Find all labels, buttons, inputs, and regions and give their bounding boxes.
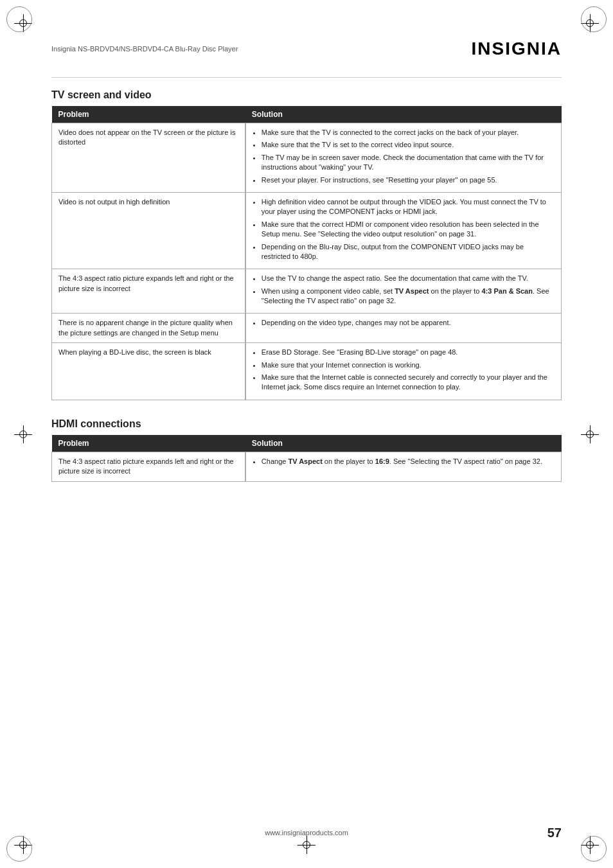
table1-col2-header: Solution <box>245 106 562 123</box>
problem-cell: The 4:3 aspect ratio picture expands lef… <box>52 269 245 314</box>
section-hdmi: HDMI connections Problem Solution The 4:… <box>51 418 562 482</box>
footer-url: www.insigniaproducts.com <box>265 829 348 837</box>
table-row: When playing a BD-Live disc, the screen … <box>52 343 562 400</box>
list-item: Depending on the video type, changes may… <box>262 318 555 328</box>
crosshair-ml <box>14 425 32 443</box>
logo: INSIGNIA <box>472 39 562 59</box>
crosshair-bm <box>298 836 315 854</box>
section1-heading: TV screen and video <box>51 89 562 101</box>
solution-cell: Change TV Aspect on the player to 16:9. … <box>245 452 562 481</box>
list-item: High definition video cannot be output t… <box>262 197 555 217</box>
list-item: Depending on the Blu-ray Disc, output fr… <box>262 242 555 262</box>
crosshair-tr <box>581 14 599 32</box>
table-row: The 4:3 aspect ratio picture expands lef… <box>52 269 562 314</box>
corner-circle-tl <box>6 6 32 32</box>
problem-cell: Video does not appear on the TV screen o… <box>52 123 245 193</box>
list-item: Change TV Aspect on the player to 16:9. … <box>262 457 555 466</box>
corner-circle-tr <box>581 6 607 32</box>
solution-list: Erase BD Storage. See "Erasing BD-Live s… <box>253 348 555 393</box>
header-subtitle: Insignia NS-BRDVD4/NS-BRDVD4-CA Blu-Ray … <box>51 45 238 53</box>
hdmi-table: Problem Solution The 4:3 aspect ratio pi… <box>51 435 562 482</box>
list-item: Make sure that the Internet cable is con… <box>262 373 555 393</box>
table-row: Video does not appear on the TV screen o… <box>52 123 562 193</box>
solution-cell: Depending on the video type, changes may… <box>245 314 562 343</box>
solution-cell: Use the TV to change the aspect ratio. S… <box>245 269 562 314</box>
list-item: Make sure that the TV is set to the corr… <box>262 140 555 150</box>
corner-circle-br <box>581 836 607 862</box>
section-tv-screen: TV screen and video Problem Solution Vid… <box>51 89 562 400</box>
page: Insignia NS-BRDVD4/NS-BRDVD4-CA Blu-Ray … <box>0 0 613 868</box>
solution-list: Depending on the video type, changes may… <box>253 318 555 328</box>
problem-cell: There is no apparent change in the pictu… <box>52 314 245 343</box>
table1-col1-header: Problem <box>52 106 245 123</box>
crosshair-tl <box>14 14 32 32</box>
corner-circle-bl <box>6 836 32 862</box>
crosshair-bl <box>14 836 32 854</box>
list-item: Reset your player. For instructions, see… <box>262 175 555 185</box>
solution-cell: Make sure that the TV is connected to th… <box>245 123 562 193</box>
solution-list: Make sure that the TV is connected to th… <box>253 128 555 185</box>
solution-cell: Erase BD Storage. See "Erasing BD-Live s… <box>245 343 562 400</box>
problem-cell: When playing a BD-Live disc, the screen … <box>52 343 245 400</box>
problem-cell: Video is not output in high definition <box>52 192 245 269</box>
header-divider <box>51 77 562 78</box>
crosshair-mr <box>581 425 599 443</box>
header: Insignia NS-BRDVD4/NS-BRDVD4-CA Blu-Ray … <box>51 39 562 62</box>
page-number: 57 <box>547 826 562 840</box>
list-item: Make sure that the TV is connected to th… <box>262 128 555 137</box>
table-row: The 4:3 aspect ratio picture expands lef… <box>52 452 562 481</box>
tv-screen-table: Problem Solution Video does not appear o… <box>51 106 562 400</box>
list-item: When using a component video cable, set … <box>262 287 555 306</box>
list-item: The TV may be in screen saver mode. Chec… <box>262 153 555 173</box>
list-item: Erase BD Storage. See "Erasing BD-Live s… <box>262 348 555 357</box>
table2-col2-header: Solution <box>245 435 562 452</box>
solution-list: High definition video cannot be output t… <box>253 197 555 261</box>
list-item: Make sure that your Internet connection … <box>262 360 555 370</box>
solution-list: Change TV Aspect on the player to 16:9. … <box>253 457 555 466</box>
list-item: Make sure that the correct HDMI or compo… <box>262 220 555 240</box>
problem-cell: The 4:3 aspect ratio picture expands lef… <box>52 452 245 481</box>
table-row: Video is not output in high definitionHi… <box>52 192 562 269</box>
table2-col1-header: Problem <box>52 435 245 452</box>
solution-cell: High definition video cannot be output t… <box>245 192 562 269</box>
table-row: There is no apparent change in the pictu… <box>52 314 562 343</box>
section2-heading: HDMI connections <box>51 418 562 430</box>
list-item: Use the TV to change the aspect ratio. S… <box>262 274 555 283</box>
crosshair-br <box>581 836 599 854</box>
solution-list: Use the TV to change the aspect ratio. S… <box>253 274 555 306</box>
